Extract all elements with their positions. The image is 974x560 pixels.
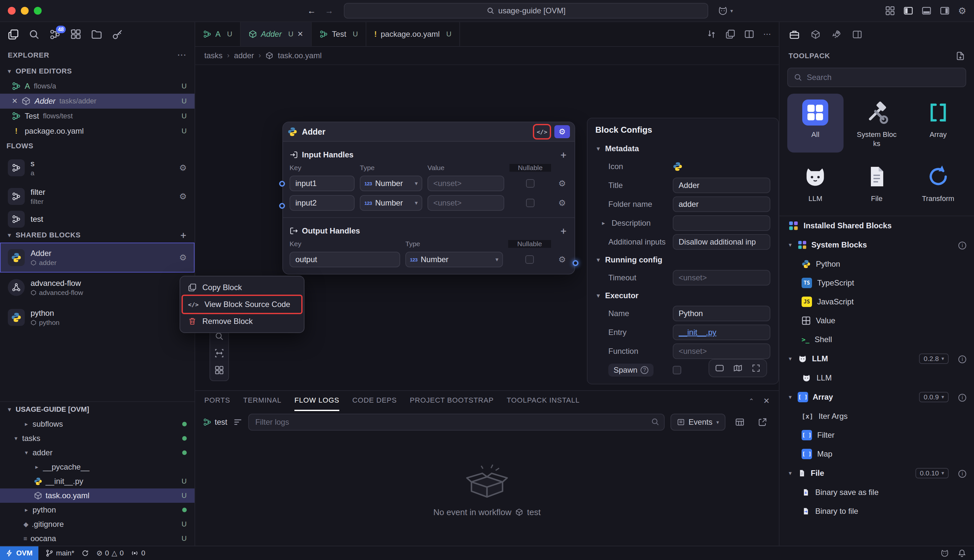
tab-code-deps[interactable]: CODE DEPS (352, 391, 397, 411)
tab-project-bootstrap[interactable]: PROJECT BOOTSTRAP (410, 391, 494, 411)
shared-block-adder[interactable]: Adder adder ⚙ (0, 243, 195, 273)
block-filter[interactable]: [ ] Filter (779, 426, 974, 445)
open-editor-a[interactable]: A flows/a U (0, 79, 195, 94)
open-editor-test[interactable]: Test flows/test U (0, 108, 195, 123)
nullable-checkbox[interactable] (526, 199, 534, 207)
menu-item-remove-block[interactable]: Remove Block (183, 313, 301, 330)
breadcrumb-item-adder[interactable]: adder (234, 51, 254, 60)
add-input-button[interactable]: ＋ (559, 148, 568, 161)
function-input[interactable] (673, 343, 771, 359)
panel-bottom-icon[interactable] (922, 6, 931, 16)
card-all[interactable]: All (787, 94, 844, 153)
screenshot-icon[interactable] (711, 362, 728, 375)
block-shell[interactable]: >_ Shell (779, 330, 974, 349)
version-select[interactable]: 0.0.10 ▾ (916, 468, 949, 478)
flow-item-test[interactable]: test (0, 211, 195, 228)
timeout-input[interactable] (673, 270, 771, 285)
info-icon[interactable]: i (958, 240, 966, 250)
minimap-icon[interactable] (729, 362, 746, 375)
search-view-icon[interactable] (28, 29, 40, 40)
layout-grid-icon[interactable] (885, 6, 895, 16)
group-llm[interactable]: ▾ LLM 0.2.8 ▾ i (779, 349, 974, 368)
entry-input[interactable] (673, 325, 771, 340)
tree-item-task-yaml[interactable]: task.oo.yaml U (0, 488, 195, 503)
add-output-button[interactable]: ＋ (559, 225, 568, 237)
block-binary-save-as-file[interactable]: Binary save as file (779, 483, 974, 502)
input-value-field[interactable] (427, 195, 504, 211)
input-type-select[interactable]: 123 Number ▾ (360, 195, 422, 211)
additional-inputs-select[interactable]: Disallow additional inp (673, 234, 771, 250)
panel-right-icon[interactable] (940, 6, 950, 16)
collapse-panel-icon[interactable]: ⌃ (749, 397, 754, 405)
group-system-blocks[interactable]: ▾ System Blocks i (779, 235, 974, 255)
description-input[interactable] (673, 215, 771, 231)
tree-item-oocana[interactable]: ≡ oocana U (0, 532, 195, 546)
tab-test[interactable]: Test U (312, 22, 366, 46)
icon-value[interactable] (673, 162, 771, 172)
input-key-field[interactable] (290, 176, 355, 191)
info-icon[interactable]: i (958, 354, 966, 363)
open-editor-adder[interactable]: ✕ Adder tasks/adder U (0, 94, 195, 108)
node-header[interactable]: Adder </> ⚙ (283, 122, 574, 142)
input-value-field[interactable] (427, 176, 504, 191)
cat-icon[interactable] (940, 549, 949, 557)
command-center[interactable]: usage-guide [OVM] (344, 3, 708, 18)
settings-gear-icon[interactable]: ⚙ (958, 5, 966, 16)
adder-node[interactable]: Adder </> ⚙ Input Handles ＋ (282, 122, 575, 275)
bell-icon[interactable] (958, 549, 966, 557)
close-panel-icon[interactable]: ✕ (763, 397, 770, 405)
block-typescript[interactable]: TS TypeScript (779, 273, 974, 292)
shared-block-advanced-flow[interactable]: advanced-flow advanced-flow ⚙ (0, 273, 195, 302)
flow-canvas[interactable]: Adder </> ⚙ Input Handles ＋ (195, 65, 779, 390)
running-config-section-header[interactable]: ▾ Running config (595, 252, 771, 268)
gear-icon[interactable]: ⚙ (179, 253, 187, 263)
fit-view-icon[interactable] (212, 345, 227, 362)
card-system-blocks[interactable]: System Blocks (849, 94, 905, 153)
custom-ui-section-header[interactable]: ▸ Custom UI (595, 380, 771, 384)
group-array[interactable]: ▾ [ ] Array 0.0.9 ▾ i (779, 387, 974, 407)
filter-logs-input[interactable] (248, 414, 665, 430)
card-llm[interactable]: LLM (787, 158, 844, 208)
card-file[interactable]: File (849, 158, 905, 208)
gear-icon[interactable]: ⚙ (179, 192, 187, 202)
view-source-code-icon[interactable]: </> (534, 125, 550, 138)
nullable-checkbox[interactable] (526, 179, 534, 188)
info-icon[interactable]: i (958, 392, 966, 402)
tree-item-pycache[interactable]: ▸ __pycache__ (0, 460, 195, 474)
fullscreen-icon[interactable] (747, 362, 764, 375)
close-window-button[interactable] (8, 7, 16, 15)
grid-layout-icon[interactable] (212, 362, 227, 378)
output-port[interactable] (572, 260, 579, 266)
block-llm[interactable]: LLM (779, 368, 974, 387)
tree-item-gitignore[interactable]: ◆ .gitignore U (0, 517, 195, 532)
block-config-gear-icon[interactable]: ⚙ (554, 125, 570, 138)
remote-indicator[interactable]: OVM (0, 546, 38, 560)
info-icon[interactable]: i (958, 468, 966, 478)
version-select[interactable]: 0.2.8 ▾ (919, 353, 949, 364)
menu-item-view-block-source-code[interactable]: </> View Block Source Code (183, 296, 301, 313)
tab-toolpack-install[interactable]: TOOLPACK INSTALL (507, 391, 580, 411)
runs-view-icon[interactable]: 48 (50, 29, 60, 40)
tab-flow-logs[interactable]: FLOW LOGS (294, 391, 339, 411)
breadcrumb-item-file[interactable]: task.oo.yaml (278, 51, 322, 60)
package-icon[interactable] (811, 30, 821, 39)
tree-item-python[interactable]: ▸ python (0, 503, 195, 517)
add-shared-block-button[interactable]: ＋ (178, 229, 188, 241)
output-key-field[interactable] (290, 252, 400, 267)
more-actions-icon[interactable]: ⋯ (763, 30, 771, 39)
block-binary-to-file[interactable]: Binary to file (779, 502, 974, 521)
key-view-icon[interactable] (112, 29, 123, 40)
tab-terminal[interactable]: TERMINAL (243, 391, 282, 411)
layers-icon[interactable] (852, 30, 862, 39)
nullable-checkbox[interactable] (525, 255, 534, 264)
close-icon[interactable]: ✕ (297, 30, 303, 38)
problems-status[interactable]: ⊘ 0 △ 0 (96, 549, 123, 557)
toolbox-icon[interactable] (789, 30, 800, 39)
tab-package-yaml[interactable]: ! package.oo.yaml U (366, 22, 460, 46)
executor-name-input[interactable] (673, 306, 771, 321)
close-icon[interactable]: ✕ (12, 97, 18, 105)
minimize-window-button[interactable] (21, 7, 28, 15)
block-python[interactable]: Python (779, 255, 974, 273)
assistant-menu[interactable]: ▾ (717, 6, 733, 16)
card-array[interactable]: Array (910, 94, 966, 153)
